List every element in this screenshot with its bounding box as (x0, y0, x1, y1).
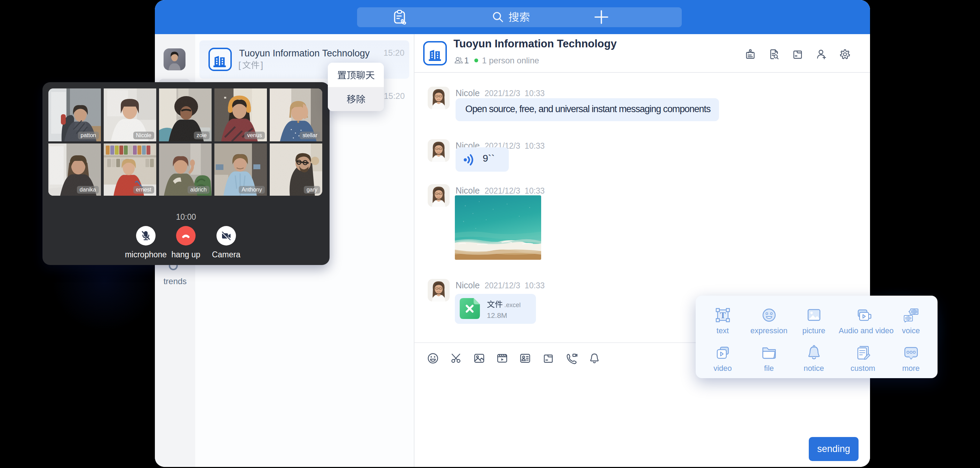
svg-text:T: T (720, 311, 725, 320)
